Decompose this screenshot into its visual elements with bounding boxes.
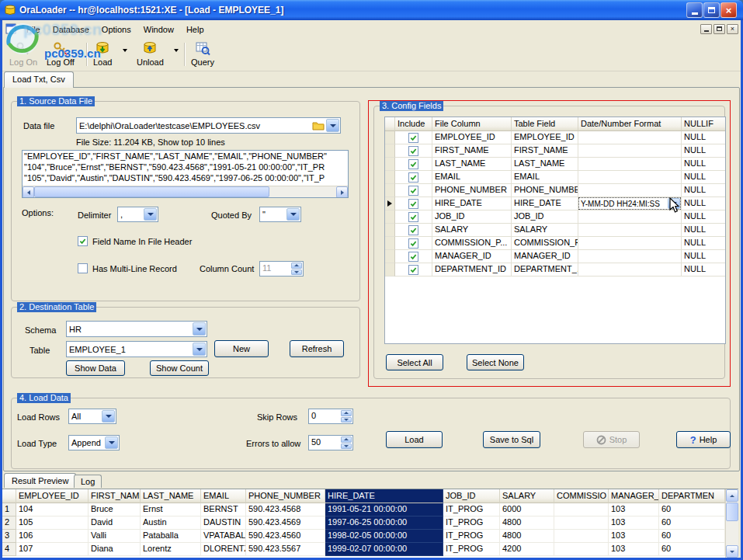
scrollbar-thumb[interactable]	[34, 186, 269, 197]
include-checkbox[interactable]	[408, 133, 418, 143]
result-column-header[interactable]: MANAGER_I	[609, 489, 659, 503]
spin-down-button[interactable]	[291, 270, 302, 276]
spin-up-button[interactable]	[291, 263, 302, 269]
result-column-header[interactable]	[2, 489, 16, 503]
result-column-header[interactable]: LAST_NAME	[141, 489, 201, 503]
scroll-left-button[interactable]	[23, 186, 34, 198]
config-grid-row[interactable]: EMAILEMAILNULL	[385, 171, 725, 184]
unload-button-toolbar[interactable]: Unload	[134, 40, 166, 69]
schema-combo[interactable]: HR	[66, 321, 207, 337]
result-column-header[interactable]: SALARY	[500, 489, 554, 503]
tab-log[interactable]: Log	[74, 475, 102, 488]
titlebar[interactable]: OraLoader -- hr@localhost:1521:XE - [Loa…	[0, 0, 743, 20]
result-grid-row[interactable]: 1104BruceErnstBERNST590.423.45681991-05-…	[2, 503, 738, 517]
mdi-close-button[interactable]: ×	[727, 24, 738, 34]
load-rows-combo[interactable]: All	[68, 409, 116, 424]
config-grid-row[interactable]: FIRST_NAMEFIRST_NAMENULL	[385, 144, 725, 158]
include-checkbox[interactable]	[408, 265, 418, 275]
include-checkbox[interactable]	[408, 252, 418, 262]
include-checkbox[interactable]	[408, 238, 418, 249]
query-button-toolbar[interactable]: Query	[189, 40, 217, 69]
maximize-button[interactable]	[703, 2, 720, 18]
config-grid-row[interactable]: MANAGER_IDMANAGER_IDNULL	[385, 250, 725, 263]
spin-down-button[interactable]	[341, 417, 352, 423]
spin-down-button[interactable]	[341, 443, 352, 450]
include-checkbox[interactable]	[408, 186, 418, 196]
scroll-up-button[interactable]	[726, 489, 738, 502]
close-button[interactable]: ×	[720, 2, 737, 18]
save-to-sql-button[interactable]: Save to Sql	[483, 431, 540, 448]
data-file-dropdown-button[interactable]	[326, 119, 339, 132]
schema-dropdown-button[interactable]	[193, 322, 206, 336]
multiline-record-checkbox[interactable]	[78, 263, 88, 273]
show-count-button[interactable]: Show Count	[150, 360, 209, 376]
menu-help[interactable]: Help	[180, 22, 210, 37]
table-dropdown-button[interactable]	[193, 343, 206, 356]
table-combo[interactable]: EMPLOYEE_1	[66, 341, 207, 357]
include-column-header[interactable]: Include	[395, 117, 432, 131]
scrollbar-thumb[interactable]	[726, 503, 738, 521]
file-preview-memo[interactable]: "EMPLOYEE_ID","FIRST_NAME","LAST_NAME","…	[22, 150, 349, 198]
spin-up-button[interactable]	[341, 410, 352, 416]
config-grid-row[interactable]: COMMISSION_P...COMMISSION_P...NULL	[385, 237, 725, 250]
config-grid-row[interactable]: DEPARTMENT_IDDEPARTMENT_...NULL	[385, 263, 725, 277]
mdi-restore-button[interactable]	[713, 24, 725, 34]
scroll-down-button[interactable]	[726, 545, 738, 558]
scroll-right-button[interactable]	[336, 186, 348, 198]
config-grid-row[interactable]: SALARYSALARYNULL	[385, 224, 725, 237]
quoted-by-dropdown-button[interactable]	[286, 208, 300, 221]
unload-dropdown-button[interactable]	[172, 45, 181, 56]
format-combobox[interactable]: Y-MM-DD HH24:MI:SS	[578, 197, 681, 210]
result-column-header[interactable]: FIRST_NAME	[89, 489, 141, 503]
include-checkbox[interactable]	[408, 225, 418, 235]
result-vertical-scrollbar[interactable]	[725, 489, 738, 558]
result-column-header[interactable]: JOB_ID	[443, 489, 500, 503]
include-checkbox[interactable]	[408, 172, 418, 183]
load-type-combo[interactable]: Append	[68, 435, 120, 450]
result-grid-row[interactable]: 4107DianaLorentzDLORENTZ590.423.55671999…	[2, 543, 738, 556]
result-grid-row[interactable]: 3106ValliPataballaVPATABAL590.423.456019…	[2, 530, 738, 543]
result-column-header[interactable]: PHONE_NUMBER	[246, 489, 325, 503]
result-column-header[interactable]: COMMISSIO	[554, 489, 609, 503]
include-checkbox[interactable]	[408, 146, 418, 156]
column-count-spin[interactable]: 11	[259, 261, 304, 277]
spin-up-button[interactable]	[341, 437, 352, 443]
load-type-dropdown-button[interactable]	[105, 437, 118, 449]
include-checkbox[interactable]	[408, 212, 418, 222]
file-column-header[interactable]: File Column	[432, 117, 512, 131]
new-table-button[interactable]: New	[214, 340, 269, 357]
minimize-button[interactable]	[686, 2, 703, 18]
config-grid[interactable]: Include File Column Table Field Date/Num…	[384, 117, 726, 344]
result-grid[interactable]: EMPLOYEE_IDFIRST_NAMELAST_NAMEEMAILPHONE…	[2, 489, 738, 558]
tab-load-txt-csv[interactable]: Load Txt, Csv	[4, 71, 74, 88]
result-column-header[interactable]: EMAIL	[201, 489, 246, 503]
skip-rows-spin[interactable]: 0	[308, 409, 353, 424]
stop-button[interactable]: Stop	[583, 431, 640, 448]
show-data-button[interactable]: Show Data	[66, 360, 125, 376]
config-grid-row[interactable]: LAST_NAMELAST_NAMENULL	[385, 158, 725, 171]
table-field-header[interactable]: Table Field	[512, 117, 578, 131]
config-grid-row[interactable]: EMPLOYEE_IDEMPLOYEE_IDNULL	[385, 131, 725, 144]
scrollbar-track[interactable]	[34, 186, 336, 197]
help-button[interactable]: ? Help	[676, 431, 731, 448]
select-all-button[interactable]: Select All	[386, 354, 443, 370]
include-checkbox[interactable]	[408, 159, 418, 169]
refresh-button[interactable]: Refresh	[290, 340, 344, 357]
menu-window[interactable]: Window	[137, 22, 180, 37]
format-column-header[interactable]: Date/Number Format	[578, 117, 682, 131]
delimiter-combo[interactable]: ,	[117, 207, 158, 222]
include-checkbox[interactable]	[408, 199, 418, 209]
field-name-header-checkbox[interactable]	[78, 236, 88, 246]
load-button[interactable]: Load	[386, 431, 443, 448]
load-dropdown-button[interactable]	[120, 45, 130, 56]
result-grid-row[interactable]: 2105DavidAustinDAUSTIN590.423.45691997-0…	[2, 517, 738, 530]
memo-horizontal-scrollbar[interactable]	[23, 186, 348, 197]
mdi-minimize-button[interactable]	[700, 24, 712, 34]
data-file-combo[interactable]: E:\delphi\OraLoader\testcase\EMPLOYEES.c…	[76, 117, 341, 134]
result-column-header[interactable]: HIRE_DATE	[325, 489, 443, 503]
select-none-button[interactable]: Select None	[467, 354, 524, 370]
tab-result-preview[interactable]: Result Preview	[4, 473, 76, 488]
result-column-header[interactable]: EMPLOYEE_ID	[16, 489, 89, 503]
nullif-column-header[interactable]: NULLIF	[682, 117, 726, 131]
load-rows-dropdown-button[interactable]	[102, 410, 115, 423]
